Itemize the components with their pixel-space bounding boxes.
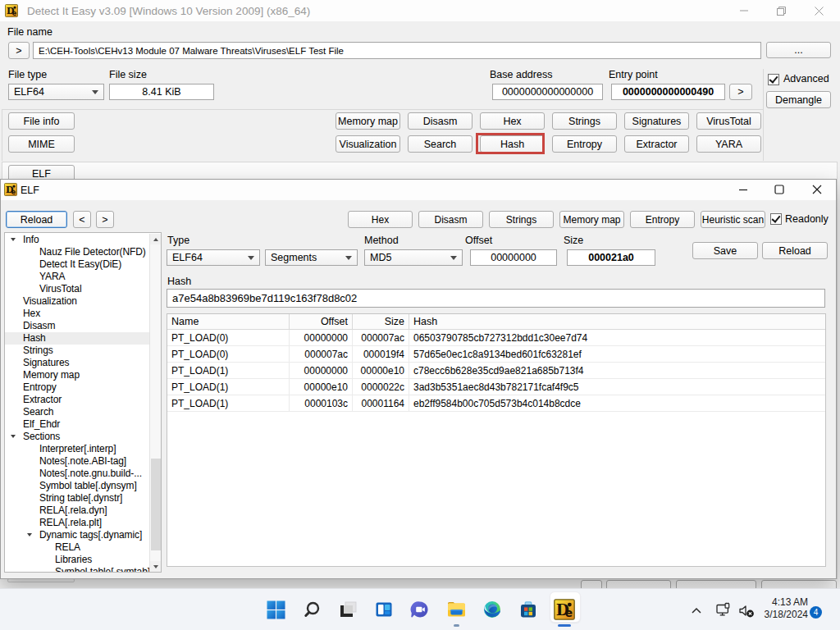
tree-scrollbar[interactable] xyxy=(149,234,162,572)
elf-close-button[interactable] xyxy=(805,180,829,199)
table-row[interactable]: PT_LOAD(0) 00000000 000007ac 06503790785… xyxy=(167,330,825,346)
tree-item[interactable]: Search xyxy=(5,406,149,418)
file-explorer-button[interactable] xyxy=(438,589,474,630)
table-row[interactable]: PT_LOAD(0) 000007ac 000019f4 57d65e0ec1c… xyxy=(167,346,825,363)
start-button[interactable] xyxy=(258,589,294,630)
open-file-button[interactable]: > xyxy=(8,42,30,59)
reload-button-2[interactable]: Reload xyxy=(762,242,828,259)
scrollbar-thumb[interactable] xyxy=(151,459,161,550)
tray-volume-button[interactable] xyxy=(738,604,755,621)
hash-value-field[interactable]: a7e54a8b83969be7d119c163f78d8c02 xyxy=(167,289,825,308)
type-combo[interactable]: ELF64 xyxy=(167,249,260,266)
tree-item[interactable]: String table[.dynstr] xyxy=(5,492,149,504)
file-path-input[interactable]: E:\CEH-Tools\CEHv13 Module 07 Malware Th… xyxy=(33,42,761,59)
view-button[interactable]: Entropy xyxy=(630,211,695,228)
die-taskbar-button[interactable]: D e xyxy=(546,589,582,630)
tree-item[interactable]: Visualization xyxy=(5,295,149,308)
tree-item[interactable]: Interpreter[.interp] xyxy=(5,443,149,455)
readonly-checkbox[interactable] xyxy=(770,213,782,225)
column-header-name[interactable]: Name xyxy=(167,314,290,329)
tree-item[interactable]: Symbol table[.dynsym] xyxy=(5,480,149,492)
view-button[interactable]: Heuristic scan xyxy=(701,211,765,228)
main-restore-button[interactable] xyxy=(769,2,793,20)
widgets-button[interactable] xyxy=(366,589,402,630)
tree-item[interactable]: Dynamic tags[.dynamic] xyxy=(5,529,149,541)
entry-point-scan-button[interactable]: > xyxy=(729,84,752,100)
scan-button[interactable]: Memory map xyxy=(336,112,400,130)
table-row[interactable]: PT_LOAD(1) 00000e10 0000022c 3ad3b5351ae… xyxy=(167,379,825,395)
tree-item[interactable]: Elf_Ehdr xyxy=(5,418,149,431)
tree-item[interactable]: Notes[.note.ABI-tag] xyxy=(5,455,149,468)
tree-item[interactable]: RELA[.rela.dyn] xyxy=(5,504,149,517)
tree-item[interactable]: Disasm xyxy=(5,320,149,332)
tree-item[interactable]: Info xyxy=(5,234,149,246)
tree-item[interactable]: Nauz File Detector(NFD) xyxy=(5,246,149,258)
view-button[interactable]: Strings xyxy=(489,211,554,228)
scan-button[interactable]: Extractor xyxy=(624,135,689,153)
table-row[interactable]: PT_LOAD(1) 00000000 00000e10 c78ecc6b628… xyxy=(167,363,825,379)
tree-item[interactable]: Symbol table[.symtab] xyxy=(5,566,149,572)
demangle-button[interactable]: Demangle xyxy=(766,91,831,108)
expand-triangle-icon[interactable] xyxy=(27,533,32,536)
tree-item[interactable]: Hash xyxy=(5,332,149,345)
base-address-input[interactable]: 0000000000000000 xyxy=(492,84,603,100)
tree-item[interactable]: Strings xyxy=(5,345,149,357)
advanced-checkbox[interactable] xyxy=(768,74,779,85)
taskbar-clock[interactable]: 4:13 AM 3/18/2024 xyxy=(765,596,808,621)
entry-point-input[interactable]: 0000000000000490 xyxy=(611,84,725,100)
elf-minimize-button[interactable] xyxy=(731,180,756,199)
search-button[interactable] xyxy=(294,589,330,630)
edge-button[interactable] xyxy=(474,589,510,630)
tree-item[interactable]: Notes[.note.gnu.build-... xyxy=(5,468,149,480)
tree-item[interactable]: RELA xyxy=(5,541,149,554)
tree-item[interactable]: VirusTotal xyxy=(5,283,149,295)
tray-network-button[interactable] xyxy=(715,602,732,620)
column-header-hash[interactable]: Hash xyxy=(409,314,825,329)
back-button[interactable]: < xyxy=(73,211,91,228)
view-button[interactable]: Hex xyxy=(348,211,413,228)
scan-button[interactable]: VirusTotal xyxy=(696,112,761,130)
elf-maximize-button[interactable] xyxy=(767,180,792,199)
view-button[interactable]: Memory map xyxy=(559,211,624,228)
view-button[interactable]: Disasm xyxy=(418,211,483,228)
scan-button[interactable]: Signatures xyxy=(624,112,689,130)
save-button[interactable]: Save xyxy=(692,242,758,259)
browse-button[interactable]: ... xyxy=(766,42,831,58)
mime-button[interactable]: MIME xyxy=(8,135,75,153)
main-minimize-button[interactable] xyxy=(732,2,756,20)
tree-item[interactable]: Libraries xyxy=(5,554,149,566)
scan-button[interactable]: Search xyxy=(408,135,472,153)
method-combo[interactable]: MD5 xyxy=(364,249,463,266)
scroll-up-button[interactable] xyxy=(150,234,162,244)
tree-item[interactable]: Extractor xyxy=(5,394,149,406)
tree-item[interactable]: Sections xyxy=(5,431,149,443)
scan-button[interactable]: Entropy xyxy=(552,135,617,153)
forward-button[interactable]: > xyxy=(96,211,114,228)
notification-badge[interactable]: 4 xyxy=(810,606,822,619)
store-button[interactable] xyxy=(510,589,546,630)
column-header-size[interactable]: Size xyxy=(353,314,409,329)
file-info-button[interactable]: File info xyxy=(8,112,75,130)
table-row[interactable]: PT_LOAD(1) 0000103c 00001164 eb2ff9584b0… xyxy=(167,395,825,412)
scan-button[interactable]: Disasm xyxy=(408,112,472,130)
scan-button[interactable]: Hex xyxy=(480,112,545,130)
tree-item[interactable]: Hex xyxy=(5,308,149,320)
scan-button[interactable]: Visualization xyxy=(336,135,400,153)
tree-item[interactable]: Entropy xyxy=(5,381,149,394)
scan-button[interactable]: YARA xyxy=(696,135,761,153)
tree-item[interactable]: Signatures xyxy=(5,357,149,369)
expand-triangle-icon[interactable] xyxy=(11,238,16,241)
scroll-down-button[interactable] xyxy=(150,561,162,572)
chat-button[interactable] xyxy=(402,589,438,630)
column-header-offset[interactable]: Offset xyxy=(290,314,353,329)
tree-item[interactable]: RELA[.rela.plt] xyxy=(5,517,149,529)
reload-button[interactable]: Reload xyxy=(6,211,67,228)
tray-chevron-button[interactable] xyxy=(691,606,702,619)
segment-combo[interactable]: Segments xyxy=(265,249,358,266)
file-type-combo[interactable]: ELF64 xyxy=(8,84,104,100)
main-close-button[interactable] xyxy=(806,2,831,20)
task-view-button[interactable] xyxy=(330,589,366,630)
expand-triangle-icon[interactable] xyxy=(11,435,16,438)
tree-item[interactable]: YARA xyxy=(5,271,149,283)
scan-button[interactable]: Strings xyxy=(552,112,617,130)
